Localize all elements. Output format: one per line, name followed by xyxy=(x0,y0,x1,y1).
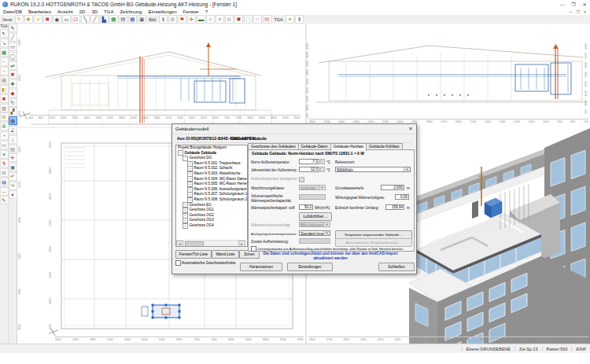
elbow-icon[interactable]: ¬ xyxy=(0,67,9,75)
wand-liste-button[interactable]: Wand-Liste xyxy=(212,250,239,259)
tree-expand-icon[interactable]: + xyxy=(183,223,188,229)
sensor-icon[interactable]: ◔ xyxy=(0,131,9,140)
add-icon[interactable]: ✚ xyxy=(9,79,17,88)
zoom-tool-icon[interactable]: ⊙ xyxy=(0,168,9,177)
mdi-restore-icon[interactable]: ❐ xyxy=(574,9,581,14)
wall-icon[interactable]: ▥ xyxy=(0,104,9,112)
note-icon[interactable]: ✎ xyxy=(0,196,9,204)
frame-icon[interactable]: ▢ xyxy=(244,15,253,24)
menu-item-einstellungen[interactable]: Einstellungen xyxy=(145,9,179,14)
norm-temp-input[interactable] xyxy=(299,159,319,164)
grid-snap-icon[interactable]: ▦ xyxy=(9,116,17,125)
annual-mean-spinner[interactable] xyxy=(320,167,325,172)
list-icon[interactable]: ≡ xyxy=(34,15,42,24)
scroll-right-icon[interactable]: ▸ xyxy=(238,241,245,247)
referenzort-combo[interactable]: 5066/Köln xyxy=(335,167,411,172)
building-tree[interactable]: Projekt Bürogebäude Hottgenr−Gebäude Geb… xyxy=(175,145,248,247)
offset-icon[interactable]: ↕ xyxy=(9,135,17,144)
edit-project-icon[interactable]: ✎ xyxy=(15,15,24,24)
scroll-left-icon[interactable]: ◂ xyxy=(176,241,183,247)
view-3d[interactable] xyxy=(409,128,590,344)
blocks-icon[interactable]: ▙ xyxy=(100,15,109,24)
heat-capacity-input[interactable] xyxy=(299,204,313,210)
auto-sections-checkbox[interactable] xyxy=(175,260,181,266)
swap-icon[interactable]: ⇄ xyxy=(9,61,17,70)
elevation-view-right[interactable] xyxy=(316,44,587,102)
pan-icon[interactable]: ↘ xyxy=(0,39,9,47)
scroll-thumb[interactable] xyxy=(185,241,204,247)
menu-item-bearbeiten[interactable]: Bearbeiten xyxy=(25,9,54,14)
close-view-icon[interactable]: ✖ xyxy=(234,15,243,24)
radiator-icon[interactable]: ▤ xyxy=(0,75,9,84)
pause-icon[interactable]: ‖ xyxy=(295,15,304,24)
menu-item--[interactable]: ? xyxy=(202,9,211,14)
menu-item-ansicht[interactable]: Ansicht xyxy=(54,9,76,14)
valve-icon[interactable]: ⚙ xyxy=(0,112,9,121)
layers-icon[interactable]: ▤ xyxy=(263,15,271,24)
menu-item-zeichnung[interactable]: Zeichnung xyxy=(116,9,145,14)
maxima-checkbox[interactable] xyxy=(251,246,256,252)
undo-icon[interactable]: ↶ xyxy=(9,172,17,181)
dialog-title-bar[interactable]: Gebäudemodell ✕ xyxy=(172,124,416,134)
auto-sections-row[interactable]: Automatische Geschossschnitte xyxy=(175,260,235,266)
crosshair-icon[interactable]: ✛ xyxy=(187,15,196,24)
mdi-close-icon[interactable]: ✕ xyxy=(581,9,588,14)
hatch-icon[interactable]: ◆ xyxy=(9,89,17,97)
delete-tool-icon[interactable]: ✖ xyxy=(0,94,9,103)
print-icon[interactable]: ▣ xyxy=(138,15,146,24)
boiler-icon[interactable]: ◧ xyxy=(0,85,9,94)
fill-icon[interactable]: ▧ xyxy=(9,145,17,153)
schema-icon[interactable]: ↯ xyxy=(0,159,9,167)
tga-start-icon[interactable]: ✦ xyxy=(286,15,294,24)
tree-scrollbar[interactable]: ◂ ▸ xyxy=(176,240,245,246)
circle-icon[interactable]: ◯ xyxy=(9,52,17,61)
menu-item-fenster[interactable]: Fenster xyxy=(179,9,201,14)
zoom-window-icon[interactable]: ⊙ xyxy=(225,15,234,24)
heranzoomen-button[interactable]: Heranzoomen xyxy=(240,263,282,271)
view-icon[interactable]: ◉ xyxy=(53,15,61,24)
duct-icon[interactable]: ▭ xyxy=(0,141,9,149)
more-icon[interactable]: ▾ xyxy=(9,190,17,199)
fenster-tuer-liste-button[interactable]: Fenster/Tür-Liste xyxy=(175,250,212,259)
measure-icon[interactable]: ↔ xyxy=(0,187,9,196)
new-element-icon[interactable]: ✚ xyxy=(24,15,33,24)
info-icon[interactable]: ℹ xyxy=(159,15,168,24)
line-icon[interactable]: ╱ xyxy=(9,33,17,42)
elevation-view-left[interactable] xyxy=(20,42,301,124)
redo-icon[interactable]: ↷ xyxy=(9,182,17,190)
flag-icon[interactable]: ⚑ xyxy=(178,15,186,24)
tab-geb-ude-heizlast[interactable]: Gebäude-Heizlast xyxy=(330,143,367,151)
block-icon[interactable]: ▣ xyxy=(9,163,17,171)
delete-icon[interactable]: ✖ xyxy=(43,15,52,24)
luftdichtheit-button[interactable]: Luftdichtheit ... xyxy=(299,212,332,221)
design-temps-combo[interactable]: Standard-Innent... xyxy=(299,230,330,236)
palette-icon[interactable]: ▦ xyxy=(109,15,118,24)
annual-mean-input[interactable] xyxy=(299,167,319,172)
minimize-button[interactable]: — xyxy=(557,1,568,9)
close-button[interactable]: ✕ xyxy=(579,1,590,9)
pen-red-icon[interactable]: ╱ xyxy=(90,15,99,24)
mdi-minimize-icon[interactable]: — xyxy=(567,9,574,14)
menu-item-tga[interactable]: TGA xyxy=(101,9,116,14)
correct-temp-checkbox[interactable] xyxy=(299,177,304,182)
pen-icon[interactable]: ╲ xyxy=(81,15,90,24)
layers-tool-icon[interactable]: ▤ xyxy=(0,178,9,186)
grid-icon[interactable]: ⌗ xyxy=(206,15,215,24)
einstellungen-button[interactable]: Einstellungen xyxy=(287,263,333,271)
check-icon[interactable]: ☑ xyxy=(72,15,80,24)
snap-icon[interactable]: ✛ xyxy=(9,153,17,162)
vent-icon[interactable]: ✳ xyxy=(0,150,9,159)
monitor-icon[interactable]: ▭ xyxy=(62,15,71,24)
menu-item-2d[interactable]: 2D xyxy=(76,9,89,14)
schliessen-button[interactable]: Schließen xyxy=(378,263,415,271)
erase-icon[interactable]: ✖ xyxy=(9,70,17,79)
norm-temp-spinner[interactable] xyxy=(320,159,325,164)
efficiency-input[interactable] xyxy=(395,194,409,200)
rotate-icon[interactable]: ↻ xyxy=(9,98,17,107)
groundwater-input[interactable] xyxy=(381,185,404,190)
maxima-row[interactable]: Leistungsmaxima aus Aufheizzuschlag und … xyxy=(251,246,411,252)
menu-item-datei-db[interactable]: Datei/DB xyxy=(0,9,25,14)
table-icon[interactable]: ▦ xyxy=(128,15,137,24)
angle-icon[interactable]: ∠ xyxy=(9,126,17,134)
menu-item-3d[interactable]: 3D xyxy=(88,9,101,14)
